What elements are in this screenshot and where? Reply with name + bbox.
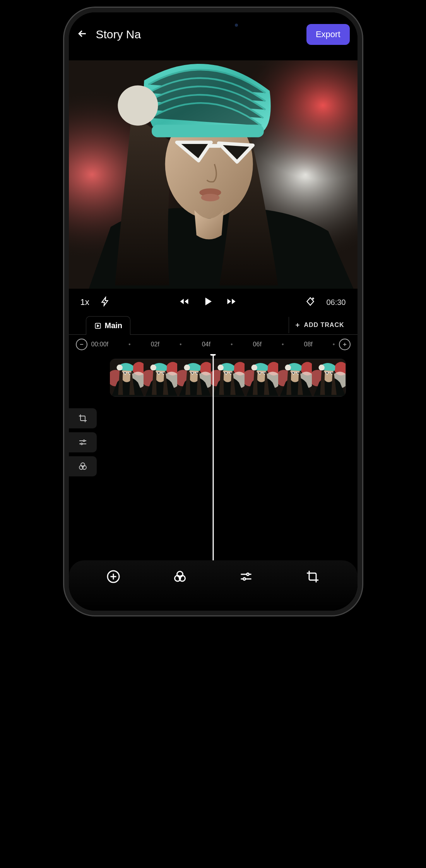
- add-track-label: ADD TRACK: [304, 322, 344, 329]
- app-screen: Story Na Export: [69, 12, 358, 611]
- clip-thumb: [211, 359, 245, 397]
- svg-point-7: [118, 86, 158, 126]
- svg-point-21: [247, 573, 249, 575]
- add-circle-icon: [106, 570, 120, 584]
- ruler-dot: •: [231, 341, 233, 348]
- story-title: Story Na: [96, 28, 141, 41]
- notch: [178, 17, 248, 33]
- forward-icon: [226, 296, 237, 307]
- play-icon: [202, 296, 214, 307]
- ruler-marks[interactable]: 00:00f • 02f • 04f • 06f • 08f •: [87, 341, 339, 348]
- svg-point-10: [201, 194, 219, 201]
- sliders-icon: [78, 438, 87, 447]
- svg-point-12: [83, 440, 85, 442]
- bottom-toolbar: [69, 560, 358, 611]
- header-left: Story Na: [77, 28, 141, 41]
- tab-main[interactable]: Main: [86, 316, 131, 335]
- rewind-button[interactable]: [179, 296, 190, 308]
- lightning-icon: [100, 296, 110, 306]
- ruler-mark: 04f: [202, 341, 210, 348]
- preview-image: [69, 60, 358, 289]
- tab-main-label: Main: [105, 321, 123, 330]
- time-display: 06:30: [326, 298, 346, 307]
- playhead[interactable]: [212, 354, 214, 560]
- minus-icon: [79, 342, 84, 347]
- crop-icon: [78, 414, 87, 423]
- phone-frame: Story Na Export: [64, 8, 362, 615]
- playback-controls: 1x 06:30: [69, 289, 358, 316]
- video-preview[interactable]: [69, 60, 358, 289]
- ruler-dot: •: [180, 341, 182, 348]
- crop-button[interactable]: [304, 568, 321, 585]
- side-tools: [69, 408, 97, 476]
- rewind-icon: [179, 296, 190, 307]
- ruler-dot: •: [333, 341, 335, 348]
- filters-icon: [173, 570, 187, 584]
- ruler-dot: •: [282, 341, 284, 348]
- plus-icon: [294, 322, 301, 328]
- clip-thumb: [312, 359, 346, 397]
- side-adjust-button[interactable]: [69, 432, 97, 452]
- ruler-dot: •: [128, 341, 131, 348]
- back-arrow-icon: [77, 28, 88, 39]
- main-tab-icon: [94, 322, 102, 330]
- forward-button[interactable]: [226, 296, 237, 308]
- crop-icon: [306, 570, 320, 584]
- svg-rect-5: [152, 125, 264, 137]
- filters-button[interactable]: [171, 568, 188, 585]
- adjust-button[interactable]: [238, 568, 255, 585]
- zoom-out-button[interactable]: [76, 339, 87, 350]
- play-button[interactable]: [202, 296, 214, 309]
- export-button[interactable]: Export: [306, 24, 350, 45]
- ruler-mark: 00:00f: [91, 341, 108, 348]
- add-button[interactable]: [105, 568, 122, 585]
- ruler-mark: 08f: [304, 341, 313, 348]
- svg-point-13: [81, 443, 82, 445]
- plus-icon: [342, 342, 347, 347]
- clip-thumb: [144, 359, 177, 397]
- timeline-area[interactable]: [69, 354, 358, 560]
- side-crop-button[interactable]: [69, 408, 97, 428]
- back-button[interactable]: [77, 28, 88, 41]
- keyframe-button[interactable]: [305, 296, 315, 308]
- ruler-mark: 06f: [253, 341, 262, 348]
- svg-rect-8: [209, 144, 220, 148]
- clip-thumb: [110, 359, 144, 397]
- clip-thumb: [177, 359, 211, 397]
- keyframe-add-icon: [305, 296, 315, 306]
- tabs-row: Main ADD TRACK: [69, 316, 358, 335]
- clip-thumb: [245, 359, 278, 397]
- flash-button[interactable]: [100, 296, 110, 308]
- side-filters-button[interactable]: [69, 456, 97, 476]
- speed-button[interactable]: 1x: [80, 297, 89, 307]
- svg-point-22: [243, 578, 246, 580]
- clip-thumb: [278, 359, 312, 397]
- add-track-button[interactable]: ADD TRACK: [289, 317, 349, 333]
- zoom-in-button[interactable]: [339, 339, 351, 350]
- ruler-mark: 02f: [151, 341, 159, 348]
- sliders-icon: [239, 570, 253, 584]
- filters-icon: [78, 462, 87, 471]
- timeline-ruler: 00:00f • 02f • 04f • 06f • 08f •: [69, 335, 358, 354]
- video-clip[interactable]: [110, 359, 346, 397]
